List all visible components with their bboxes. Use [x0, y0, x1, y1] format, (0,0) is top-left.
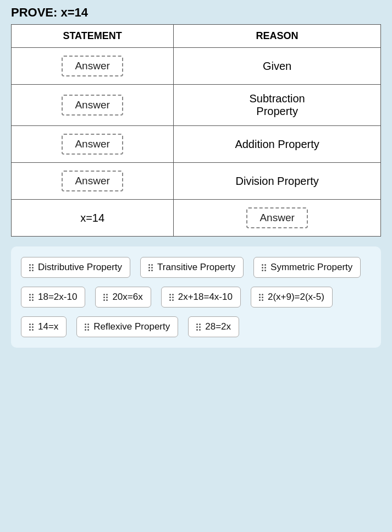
statement-cell-4: x=14: [12, 200, 174, 237]
chip-transitive[interactable]: Transitive Property: [140, 257, 244, 278]
statement-cell-0[interactable]: Answer: [12, 48, 174, 85]
chip-28eq2x[interactable]: 28=2x: [188, 316, 239, 337]
prove-title: PROVE: x=14: [11, 6, 381, 20]
statement-cell-3[interactable]: Answer: [12, 163, 174, 200]
chip-reflexive[interactable]: Reflexive Property: [76, 316, 178, 337]
reason-cell-2: Addition Property: [174, 126, 381, 163]
statement-cell-1[interactable]: Answer: [12, 85, 174, 126]
chip-transitive-label: Transitive Property: [157, 262, 235, 273]
chips-area: Distributive PropertyTransitive Property…: [11, 246, 381, 348]
answer-box-statement-0[interactable]: Answer: [62, 56, 123, 76]
chip-distributive[interactable]: Distributive Property: [21, 257, 130, 278]
col2-header: REASON: [174, 25, 381, 48]
chip-18eq2x10[interactable]: 18=2x-10: [21, 287, 85, 308]
answer-box-statement-1[interactable]: Answer: [62, 95, 123, 116]
chip-distributive-label: Distributive Property: [38, 262, 122, 273]
chip-2x18[interactable]: 2x+18=4x-10: [161, 287, 241, 308]
answer-box-statement-2[interactable]: Answer: [62, 134, 123, 155]
chip-symmetric[interactable]: Symmetric Property: [253, 257, 361, 278]
table-row: AnswerDivision Property: [12, 163, 381, 200]
reason-cell-3: Division Property: [174, 163, 381, 200]
chip-reflexive-label: Reflexive Property: [93, 321, 170, 332]
reason-cell-1: SubtractionProperty: [174, 85, 381, 126]
chip-2x18-label: 2x+18=4x-10: [178, 292, 233, 303]
statement-cell-2[interactable]: Answer: [12, 126, 174, 163]
chip-20x6x-label: 20x=6x: [112, 292, 142, 303]
chip-2x9-label: 2(x+9)=2(x-5): [268, 292, 324, 303]
table-row: AnswerAddition Property: [12, 126, 381, 163]
chip-2x9[interactable]: 2(x+9)=2(x-5): [251, 287, 333, 308]
table-row: x=14Answer: [12, 200, 381, 237]
chip-28eq2x-label: 28=2x: [205, 321, 231, 332]
chip-18eq2x10-label: 18=2x-10: [38, 292, 77, 303]
answer-box-reason-4[interactable]: Answer: [246, 207, 307, 228]
answer-box-statement-3[interactable]: Answer: [62, 171, 123, 191]
col1-header: STATEMENT: [12, 25, 174, 48]
proof-table: STATEMENT REASON AnswerGivenAnswerSubtra…: [11, 24, 381, 237]
chip-14eqx-label: 14=x: [38, 321, 58, 332]
chip-14eqx[interactable]: 14=x: [21, 316, 67, 337]
chip-20x6x[interactable]: 20x=6x: [95, 287, 151, 308]
table-row: AnswerSubtractionProperty: [12, 85, 381, 126]
chip-symmetric-label: Symmetric Property: [270, 262, 352, 273]
table-row: AnswerGiven: [12, 48, 381, 85]
reason-cell-4[interactable]: Answer: [174, 200, 381, 237]
reason-cell-0: Given: [174, 48, 381, 85]
